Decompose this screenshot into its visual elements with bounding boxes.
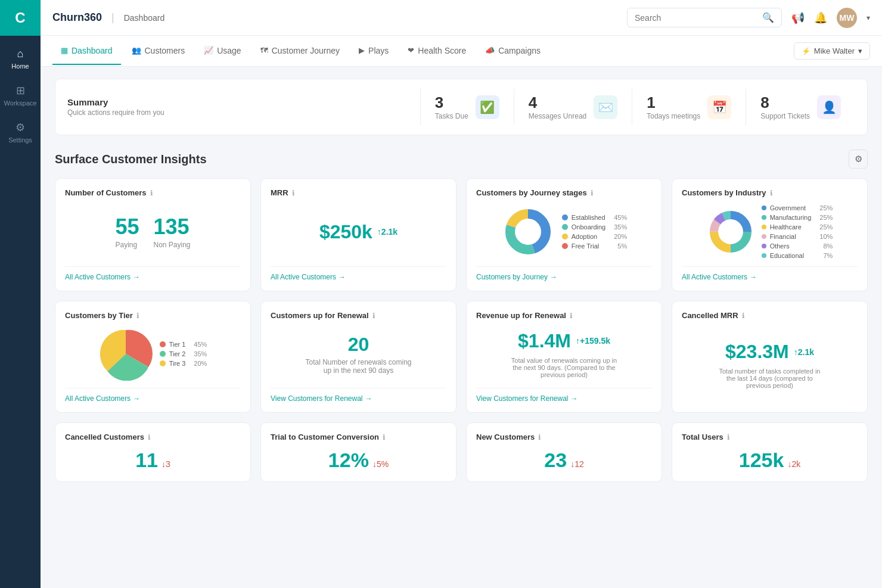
legend-established: Established 45% <box>562 214 628 221</box>
tier-pie-chart <box>99 327 153 381</box>
total-users-title: Total Users <box>682 433 723 441</box>
new-customers-value: 23 ↓12 <box>544 449 583 472</box>
mrr-footer[interactable]: All Active Customers → <box>271 266 446 281</box>
footer-arrow-icon: → <box>571 394 578 403</box>
legend-adoption: Adoption 20% <box>562 233 628 240</box>
industry-legend: Government 25% Manufacturing 25% Healthc… <box>762 204 833 259</box>
sidebar-item-label: Home <box>11 63 29 70</box>
journey-stages-title: Customers by Journey stages <box>476 188 587 197</box>
mrr-info-icon[interactable]: ℹ <box>292 189 295 197</box>
app-logo[interactable]: C <box>0 0 41 36</box>
renewal-header: Customers up for Renewal ℹ <box>271 311 446 320</box>
cancelled-mrr-title: Cancelled MRR <box>682 311 738 320</box>
new-customers-body: 23 ↓12 <box>476 449 652 472</box>
tab-plays[interactable]: ▶ Plays <box>350 38 397 65</box>
tab-customer-journey[interactable]: 🗺 Customer Journey <box>252 38 348 65</box>
journey-stages-info-icon[interactable]: ℹ <box>591 189 594 197</box>
cancelled-mrr-desc: Total number of tasks completed in the l… <box>716 368 824 389</box>
tab-plays-label: Plays <box>368 46 389 55</box>
journey-stages-footer[interactable]: Customers by Journey → <box>476 266 652 281</box>
legend-tier1: Tier 1 45% <box>160 341 207 348</box>
tier-footer[interactable]: All Active Customers → <box>65 388 241 403</box>
legend-government: Government 25% <box>762 204 833 211</box>
mrr-title: MRR <box>271 188 288 197</box>
search-box[interactable]: 🔍 <box>627 8 782 27</box>
tab-usage[interactable]: 📈 Usage <box>195 38 249 65</box>
trial-conversion-info-icon[interactable]: ℹ <box>383 433 386 441</box>
content-area: Summary Quick actions require from you 3… <box>41 67 882 588</box>
cards-grid-row2: Customers by Tier ℹ <box>55 301 868 413</box>
tab-campaigns[interactable]: 📣 Campaigns <box>477 38 549 65</box>
card-trial-conversion: Trial to Customer Conversion ℹ 12% ↓5% <box>260 422 456 482</box>
trial-conversion-body: 12% ↓5% <box>271 449 446 472</box>
summary-card-meetings: 1 Todays meetings 📅 <box>632 89 746 125</box>
app-brand: Churn360 <box>52 11 102 24</box>
card-journey-stages: Customers by Journey stages ℹ <box>466 178 662 291</box>
health-tab-icon: ❤ <box>408 46 414 55</box>
revenue-renewal-footer[interactable]: View Customers for Renewal → <box>476 388 652 403</box>
sidebar-item-home[interactable]: ⌂ Home <box>0 42 41 76</box>
tab-health-score-label: Health Score <box>418 46 466 55</box>
sidebar-item-workspace[interactable]: ⊞ Workspace <box>0 78 41 113</box>
summary-card-tickets: 8 Support Tickets 👤 <box>746 89 855 125</box>
sidebar-item-label: Workspace <box>4 99 37 107</box>
search-input[interactable] <box>635 13 757 23</box>
revenue-renewal-info-icon[interactable]: ℹ <box>570 312 573 320</box>
journey-donut-chart <box>501 205 555 259</box>
card-new-customers: New Customers ℹ 23 ↓12 <box>466 422 662 482</box>
cancelled-mrr-info-icon[interactable]: ℹ <box>742 312 745 320</box>
new-customers-info-icon[interactable]: ℹ <box>538 433 541 441</box>
num-customers-info-icon[interactable]: ℹ <box>150 189 153 197</box>
cancelled-mrr-amount: $23.3M <box>725 341 789 363</box>
industry-body: Government 25% Manufacturing 25% Healthc… <box>682 204 858 259</box>
bell-icon[interactable]: 🔔 <box>814 11 827 24</box>
cancelled-customers-header: Cancelled Customers ℹ <box>65 433 241 441</box>
summary-card-messages-text: 4 Messages Unread <box>529 94 586 120</box>
insights-settings-button[interactable]: ⚙ <box>849 150 868 169</box>
navtabs: ▦ Dashboard 👥 Customers 📈 Usage 🗺 Custom… <box>41 36 882 67</box>
tasks-due-label: Tasks Due <box>435 112 468 120</box>
megaphone-icon[interactable]: 📢 <box>791 11 805 24</box>
industry-info-icon[interactable]: ℹ <box>770 189 773 197</box>
num-customers-footer[interactable]: All Active Customers → <box>65 266 241 281</box>
topbar-icons: 📢 🔔 MW ▾ <box>791 8 870 28</box>
summary-text: Summary Quick actions require from you <box>67 97 420 117</box>
avatar[interactable]: MW <box>837 8 857 28</box>
user-filter-dropdown[interactable]: ⚡ Mike Walter ▾ <box>794 42 870 60</box>
renewal-title: Customers up for Renewal <box>271 311 369 320</box>
card-renewal: Customers up for Renewal ℹ 20 Total Numb… <box>260 301 456 413</box>
cancelled-customers-info-icon[interactable]: ℹ <box>148 433 151 441</box>
tier-info-icon[interactable]: ℹ <box>136 312 139 320</box>
summary-card-messages: 4 Messages Unread ✉️ <box>514 89 632 125</box>
paying-label: Paying <box>115 241 139 249</box>
revenue-renewal-trend: ↑+159.5k <box>576 336 610 346</box>
sidebar-nav: ⌂ Home ⊞ Workspace ⚙ Settings <box>0 36 41 155</box>
sidebar-item-label: Settings <box>8 136 32 144</box>
card-num-customers: Number of Customers ℹ 55 Paying 135 Non … <box>55 178 251 291</box>
summary-section: Summary Quick actions require from you 3… <box>55 79 868 135</box>
trial-conversion-num: 12% <box>328 449 369 472</box>
mrr-amount: $250k <box>319 221 372 243</box>
avatar-initials: MW <box>837 8 857 28</box>
renewal-info-icon[interactable]: ℹ <box>372 312 375 320</box>
legend-onboarding: Onboarding 35% <box>562 223 628 231</box>
industry-footer[interactable]: All Active Customers → <box>682 266 858 281</box>
legend-tier2: Tier 2 35% <box>160 350 207 357</box>
chevron-down-icon[interactable]: ▾ <box>867 14 870 22</box>
cancelled-customers-value: 11 ↓3 <box>135 449 170 472</box>
tab-health-score[interactable]: ❤ Health Score <box>399 38 474 65</box>
summary-card-tasks-text: 3 Tasks Due <box>435 94 468 120</box>
journey-stages-body: Established 45% Onboarding 35% Adoption <box>476 204 652 259</box>
tab-dashboard[interactable]: ▦ Dashboard <box>52 38 121 65</box>
renewal-footer[interactable]: View Customers for Renewal → <box>271 388 446 403</box>
total-users-num: 125k <box>739 449 784 472</box>
tasks-due-num: 3 <box>435 94 468 112</box>
trial-conversion-title: Trial to Customer Conversion <box>271 433 379 441</box>
tasks-icon: ✅ <box>476 95 499 119</box>
total-users-delta: ↓2k <box>787 459 800 469</box>
tab-customers[interactable]: 👥 Customers <box>123 38 194 65</box>
tickets-icon: 👤 <box>817 95 841 119</box>
industry-header: Customers by Industry ℹ <box>682 188 858 197</box>
total-users-info-icon[interactable]: ℹ <box>727 433 730 441</box>
sidebar-item-settings[interactable]: ⚙ Settings <box>0 115 41 150</box>
